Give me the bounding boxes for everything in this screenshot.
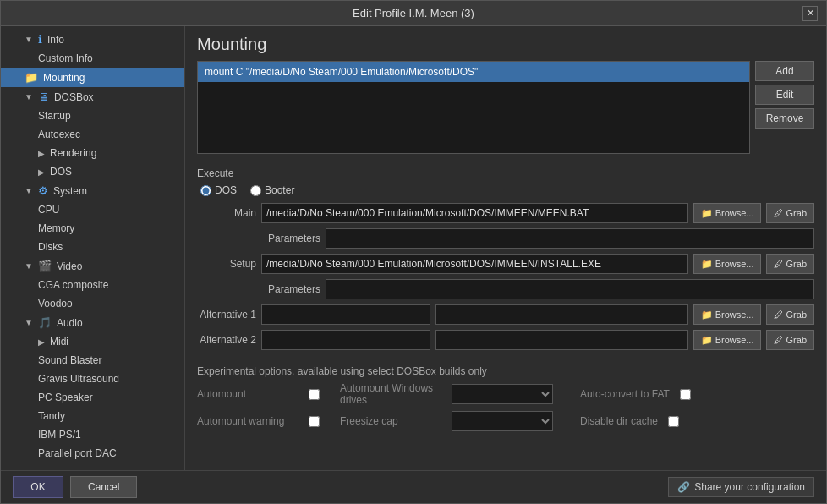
sidebar-label-video: Video [57,260,82,272]
sidebar-item-disks[interactable]: Disks [1,238,184,256]
info-icon: ℹ [38,33,42,46]
setup-params-input[interactable] [326,279,814,299]
sidebar-label-gravis-ultrasound: Gravis Ultrasound [38,373,119,385]
sidebar-item-parallel-port-dac[interactable]: Parallel port DAC [1,444,184,463]
sidebar-item-tandy[interactable]: Tandy [1,407,184,425]
main-browse-button[interactable]: 📁 Browse... [693,203,762,223]
main-form-row: Main 📁 Browse... 🖊 Grab [197,203,814,223]
sidebar-item-cga-composite[interactable]: CGA composite [1,276,184,294]
edit-button[interactable]: Edit [755,85,814,105]
content-area: ▼ ℹ Info Custom Info 📁 Mounting ▼ 🖥 DOSB… [1,26,826,470]
setup-browse-button[interactable]: 📁 Browse... [693,254,762,274]
expand-arrow-audio: ▼ [25,318,33,327]
freesize-cap-select[interactable] [452,411,553,431]
setup-input[interactable] [261,254,688,274]
share-button[interactable]: 🔗 Share your configuration [668,477,814,497]
system-icon: ⚙ [38,184,48,197]
alt2-form-row: Alternative 2 📁 Browse... 🖊 Grab [197,330,814,350]
mount-item[interactable]: mount C "/media/D/No Steam/000 Emulation… [198,62,749,82]
sidebar-item-mounting[interactable]: 📁 Mounting [1,68,184,87]
close-button[interactable]: ✕ [802,6,818,21]
alt2-grab-button[interactable]: 🖊 Grab [766,330,814,350]
alt1-input-right[interactable] [435,304,688,325]
sidebar-item-dosbox[interactable]: ▼ 🖥 DOSBox [1,87,184,107]
alt2-input-left[interactable] [261,330,430,350]
auto-convert-fat-checkbox[interactable] [680,389,691,400]
alt1-form-row: Alternative 1 📁 Browse... 🖊 Grab [197,304,814,325]
footer: OK Cancel 🔗 Share your configuration [1,470,826,503]
sidebar-item-voodoo[interactable]: Voodoo [1,294,184,313]
sidebar-item-system[interactable]: ▼ ⚙ System [1,181,184,200]
audio-icon: 🎵 [38,316,52,329]
sidebar-item-ibm-ps1[interactable]: IBM PS/1 [1,425,184,444]
automount-warning-label: Automount warning [197,415,298,427]
title-bar: Edit Profile I.M. Meen (3) ✕ [1,1,826,26]
exp-row-2: Automount warning Freesize cap Disable d… [197,411,814,431]
sidebar-label-mounting: Mounting [43,72,85,84]
sidebar-item-cpu[interactable]: CPU [1,200,184,219]
automount-warning-checkbox[interactable] [309,416,320,427]
sidebar-label-dos: DOS [50,166,72,178]
setup-params-row: Parameters [261,279,814,299]
sidebar-item-rendering[interactable]: ▶ Rendering [1,144,184,162]
freesize-cap-label: Freesize cap [340,415,441,427]
sidebar-item-midi[interactable]: ▶ Midi [1,332,184,351]
sidebar-label-custom-info: Custom Info [38,52,93,64]
sidebar-label-voodoo: Voodoo [38,298,73,310]
alt1-input-left[interactable] [261,304,430,325]
panel-title: Mounting [197,35,814,54]
sidebar-item-sound-blaster[interactable]: Sound Blaster [1,351,184,370]
expand-arrow-dos: ▶ [38,167,45,177]
setup-label: Setup [197,258,256,270]
sidebar-item-video[interactable]: ▼ 🎬 Video [1,256,184,276]
automount-windows-label: Automount Windows drives [340,382,441,406]
alt1-grab-button[interactable]: 🖊 Grab [766,304,814,325]
expand-arrow-system: ▼ [25,186,33,195]
expand-arrow-rendering: ▶ [38,149,45,158]
experimental-title: Experimental options, available using se… [197,365,814,377]
sidebar-label-audio: Audio [57,317,83,329]
expand-arrow-midi: ▶ [38,337,45,347]
sidebar-item-gravis-ultrasound[interactable]: Gravis Ultrasound [1,370,184,388]
expand-arrow-dosbox: ▼ [25,92,33,101]
expand-arrow-info: ▼ [25,35,33,44]
automount-checkbox[interactable] [309,389,320,400]
setup-grab-button[interactable]: 🖊 Grab [766,254,814,274]
setup-params-label: Parameters [261,283,320,295]
dosbox-icon: 🖥 [38,90,49,103]
booter-radio-text: Booter [265,184,294,196]
disable-dir-cache-checkbox[interactable] [668,416,679,427]
main-label: Main [197,207,256,219]
alt1-browse-button[interactable]: 📁 Browse... [693,304,762,325]
sidebar-item-startup[interactable]: Startup [1,107,184,125]
add-button[interactable]: Add [755,61,814,81]
sidebar-label-startup: Startup [38,110,71,122]
remove-button[interactable]: Remove [755,108,814,129]
automount-windows-select[interactable] [452,384,553,404]
sidebar-item-dos[interactable]: ▶ DOS [1,162,184,181]
experimental-section: Experimental options, available using se… [197,365,814,436]
main-input[interactable] [261,203,688,223]
booter-radio[interactable] [250,185,261,196]
auto-convert-fat-label: Auto-convert to FAT [580,388,670,400]
dos-radio-label[interactable]: DOS [200,184,237,196]
alt2-input-right[interactable] [435,330,688,350]
sidebar-item-autoexec[interactable]: Autoexec [1,125,184,144]
alt1-label: Alternative 1 [197,309,256,320]
sidebar-item-pc-speaker[interactable]: PC Speaker [1,388,184,407]
sidebar-item-audio[interactable]: ▼ 🎵 Audio [1,313,184,332]
sidebar-item-custom-info[interactable]: Custom Info [1,49,184,68]
sidebar: ▼ ℹ Info Custom Info 📁 Mounting ▼ 🖥 DOSB… [1,26,185,470]
alt2-browse-button[interactable]: 📁 Browse... [693,330,762,350]
share-icon: 🔗 [677,481,690,493]
cancel-button[interactable]: Cancel [70,476,137,498]
dos-radio[interactable] [200,185,211,196]
exp-row-1: Automount Automount Windows drives Auto-… [197,382,814,406]
video-icon: 🎬 [38,260,52,272]
ok-button[interactable]: OK [13,476,63,498]
main-params-input[interactable] [326,228,814,249]
sidebar-item-info[interactable]: ▼ ℹ Info [1,30,184,49]
main-grab-button[interactable]: 🖊 Grab [766,203,814,223]
sidebar-item-memory[interactable]: Memory [1,219,184,238]
booter-radio-label[interactable]: Booter [250,184,294,196]
